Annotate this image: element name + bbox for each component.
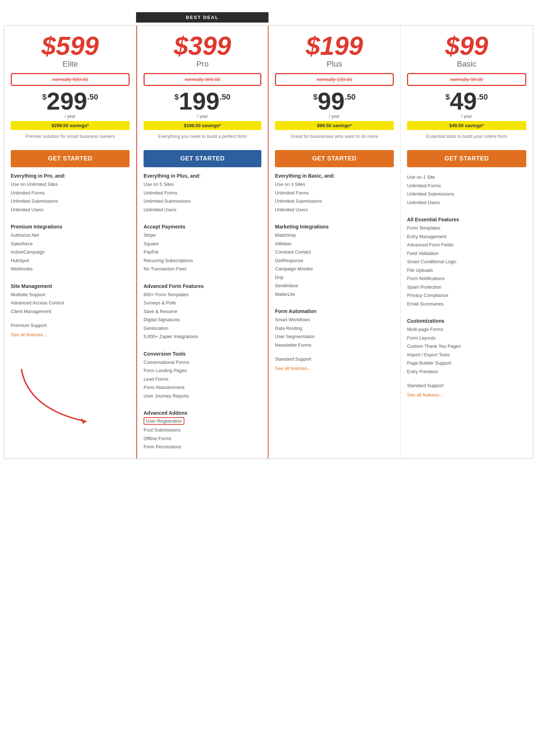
pro-header: $399 Pro xyxy=(144,30,261,72)
elite-big-price: $599 xyxy=(11,33,130,59)
elite-header: $599 Elite xyxy=(11,30,130,72)
plan-elite: $599 Elite normally 599.00 $299.50 / yea… xyxy=(4,26,136,458)
plus-big-price: $199 xyxy=(275,33,394,59)
plus-name: Plus xyxy=(275,59,394,69)
elite-feat-15: Premium Support xyxy=(11,321,130,330)
plan-pro: $399 Pro normally 399.00 $199.50 / year … xyxy=(136,26,268,458)
pro-sale-price: $199.50 / year xyxy=(144,89,261,119)
pricing-grid: $599 Elite normally 599.00 $299.50 / yea… xyxy=(4,25,533,459)
plan-basic: $99 Basic normally 99.00 $49.50 / year $… xyxy=(401,26,533,458)
elite-description: Premier solution for smart business owne… xyxy=(11,134,130,146)
elite-feat-5: Premium Integrations xyxy=(11,224,130,230)
elite-see-all[interactable]: See all features... xyxy=(11,332,47,337)
basic-features: Use on 1 Site Unlimited Forms Unlimited … xyxy=(407,173,526,398)
basic-savings: $49.50 savings* xyxy=(407,121,526,130)
pro-big-price: $399 xyxy=(144,33,261,59)
elite-feat-1: Use on Unlimited Sites xyxy=(11,180,130,189)
pro-name: Pro xyxy=(144,59,261,69)
basic-int: 49 xyxy=(450,87,477,115)
pro-feat-0: Everything in Plus, and: xyxy=(144,173,261,179)
elite-feat-2: Unlimited Forms xyxy=(11,189,130,197)
elite-name: Elite xyxy=(11,59,130,69)
basic-description: Essential tools to build your online for… xyxy=(407,134,526,146)
elite-feat-12: Multisite Support xyxy=(11,290,130,299)
pro-int: 199 xyxy=(179,87,219,115)
basic-name: Basic xyxy=(407,59,526,69)
elite-feat-14: Client Management xyxy=(11,307,130,316)
plus-savings: $99.50 savings* xyxy=(275,121,394,130)
basic-see-all[interactable]: See all features... xyxy=(407,392,443,398)
pro-savings: $199.50 savings* xyxy=(144,121,261,130)
pro-per-year: / year xyxy=(144,114,261,119)
elite-feat-3: Unlimited Submissions xyxy=(11,197,130,206)
elite-cents: .50 xyxy=(87,92,98,102)
pricing-page: BEST DEAL $599 Elite normally 599.00 $29… xyxy=(0,0,537,466)
elite-dollar: $ xyxy=(42,92,47,102)
elite-int: 299 xyxy=(47,87,87,115)
elite-feat-0: Everything in Pro, and: xyxy=(11,173,130,179)
plus-header: $199 Plus xyxy=(275,30,394,72)
plan-plus: $199 Plus normally 199.00 $99.50 / year … xyxy=(268,26,401,458)
pro-normally-price: normally 399.00 xyxy=(185,77,221,82)
best-deal-banner: BEST DEAL xyxy=(136,12,268,23)
plus-normally: normally 199.00 xyxy=(275,73,394,86)
plus-features: Everything in Basic, and: Use on 3 Sites… xyxy=(275,173,394,371)
plus-description: Great for businesses who want to do more xyxy=(275,134,394,146)
elite-savings: $299.50 savings* xyxy=(11,121,130,130)
elite-normally: normally 599.00 xyxy=(11,73,130,86)
plus-normally-price: normally 199.00 xyxy=(316,77,352,82)
elite-feat-8: ActiveCampaign xyxy=(11,248,130,256)
elite-feat-9: HubSpot xyxy=(11,256,130,265)
elite-feat-4: Unlimited Users xyxy=(11,206,130,214)
elite-sale-price: $299.50 / year xyxy=(11,89,130,119)
basic-normally: normally 99.00 xyxy=(407,73,526,86)
elite-feat-10: Webhooks xyxy=(11,265,130,273)
plus-cta[interactable]: GET STARTED xyxy=(275,150,394,167)
elite-features: Everything in Pro, and: Use on Unlimited… xyxy=(11,173,130,337)
pro-dollar: $ xyxy=(174,92,179,102)
plus-int: 99 xyxy=(318,87,345,115)
plus-sale-price: $99.50 / year xyxy=(275,89,394,119)
elite-cta[interactable]: GET STARTED xyxy=(11,150,130,167)
elite-per-year: / year xyxy=(11,114,130,119)
pro-normally: normally 399.00 xyxy=(144,73,261,86)
elite-feat-11: Site Management xyxy=(11,283,130,289)
elite-feat-13: Advanced Access Control xyxy=(11,299,130,307)
basic-header: $99 Basic xyxy=(407,30,526,72)
basic-big-price: $99 xyxy=(407,33,526,59)
elite-feat-7: Salesforce xyxy=(11,240,130,248)
basic-cta[interactable]: GET STARTED xyxy=(407,150,526,167)
pro-cents: .50 xyxy=(219,92,231,102)
basic-sale-price: $49.50 / year xyxy=(407,89,526,119)
pro-description: Everything you need to build a perfect f… xyxy=(144,134,261,146)
elite-feat-6: Authorize.Net xyxy=(11,231,130,240)
pro-cta[interactable]: GET STARTED xyxy=(144,150,261,167)
elite-normally-price: normally 599.00 xyxy=(52,77,88,82)
basic-normally-price: normally 99.00 xyxy=(450,77,483,82)
pro-features: Everything in Plus, and: Use on 5 Sites … xyxy=(144,173,261,451)
plus-see-all[interactable]: See all features... xyxy=(275,366,311,371)
user-registration-highlighted: User Registration xyxy=(144,417,261,425)
